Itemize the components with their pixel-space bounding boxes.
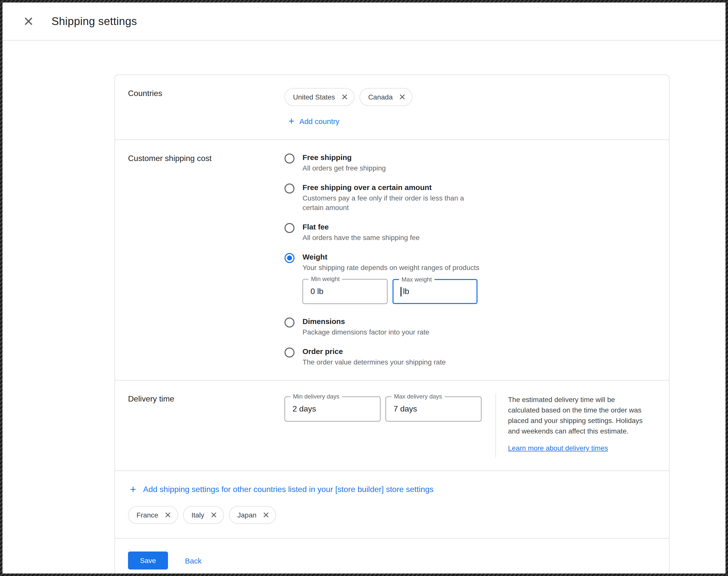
shipping-cost-options: Free shipping All orders get free shippi…	[285, 153, 656, 367]
radio-button[interactable]	[285, 183, 294, 194]
radio-button[interactable]	[285, 318, 294, 328]
save-button[interactable]: Save	[128, 551, 168, 570]
option-desc: The order value determines your shipping…	[302, 358, 446, 367]
option-desc: Your shipping rate depends on weight ran…	[302, 263, 479, 272]
min-weight-label: Min weight	[309, 276, 342, 283]
remove-chip-icon[interactable]: ✕	[210, 511, 217, 519]
option-free-shipping-over-amount[interactable]: Free shipping over a certain amount Cust…	[285, 183, 656, 212]
max-delivery-days-label: Max delivery days	[391, 393, 444, 400]
option-title: Free shipping over a certain amount	[302, 183, 483, 192]
weight-fields: Min weight 0 lb Max weight lb	[302, 279, 479, 304]
countries-section: Countries United States ✕ Canada ✕	[115, 75, 669, 140]
settings-card: Countries United States ✕ Canada ✕	[115, 75, 670, 574]
back-button[interactable]: Back	[185, 556, 202, 565]
shipping-cost-label: Customer shipping cost	[128, 153, 285, 367]
country-chips: United States ✕ Canada ✕	[285, 88, 656, 106]
other-countries-section: + Add shipping settings for other countr…	[115, 470, 669, 538]
option-free-shipping[interactable]: Free shipping All orders get free shippi…	[285, 153, 656, 173]
country-chip-japan[interactable]: Japan ✕	[229, 506, 276, 524]
min-delivery-days-field[interactable]: Min delivery days 2 days	[285, 397, 380, 422]
close-icon[interactable]: ✕	[21, 15, 36, 28]
chip-label: United States	[293, 93, 335, 101]
option-title: Weight	[302, 252, 479, 261]
footer-actions: Save Back	[115, 538, 669, 574]
country-chip-italy[interactable]: Italy ✕	[183, 506, 224, 524]
shipping-settings-dialog: ✕ Shipping settings Countries United Sta…	[2, 2, 726, 574]
option-desc: All orders get free shipping	[302, 164, 386, 173]
min-delivery-days-label: Min delivery days	[291, 393, 342, 400]
delivery-time-label: Delivery time	[128, 394, 285, 458]
dialog-body: Countries United States ✕ Canada ✕	[2, 40, 726, 574]
min-weight-value: 0 lb	[311, 287, 323, 296]
vertical-divider	[495, 394, 496, 458]
chip-label: Japan	[237, 511, 257, 519]
plus-icon: +	[289, 116, 294, 126]
option-weight[interactable]: Weight Your shipping rate depends on wei…	[285, 252, 656, 307]
shipping-cost-section: Customer shipping cost Free shipping All…	[115, 140, 669, 380]
country-chip-canada[interactable]: Canada ✕	[360, 88, 412, 106]
radio-button-selected[interactable]	[285, 253, 294, 263]
chip-label: Italy	[192, 511, 204, 519]
country-chip-france[interactable]: France ✕	[128, 506, 178, 524]
radio-button[interactable]	[285, 348, 294, 358]
remove-chip-icon[interactable]: ✕	[341, 93, 348, 101]
add-country-label: Add country	[299, 117, 339, 125]
countries-label: Countries	[128, 88, 285, 126]
max-weight-field[interactable]: Max weight lb	[392, 279, 477, 304]
option-dimensions[interactable]: Dimensions Package dimensions factor int…	[285, 317, 656, 337]
add-country-button[interactable]: + Add country	[289, 116, 339, 126]
delivery-info: The estimated delivery time will be calc…	[508, 394, 646, 454]
option-title: Flat fee	[302, 222, 420, 231]
delivery-time-section: Delivery time Min delivery days 2 days M…	[115, 380, 669, 470]
option-title: Order price	[302, 347, 446, 356]
remove-chip-icon[interactable]: ✕	[262, 511, 270, 519]
remove-chip-icon[interactable]: ✕	[399, 93, 406, 101]
remove-chip-icon[interactable]: ✕	[164, 511, 172, 519]
learn-more-link[interactable]: Learn more about delivery times	[508, 443, 608, 454]
chip-label: France	[137, 511, 158, 519]
option-flat-fee[interactable]: Flat fee All orders have the same shippi…	[285, 222, 656, 242]
other-country-chips: France ✕ Italy ✕ Japan ✕	[128, 506, 656, 524]
text-caret	[401, 287, 402, 296]
chip-label: Canada	[368, 93, 393, 101]
radio-button[interactable]	[285, 223, 294, 233]
radio-button[interactable]	[285, 153, 294, 164]
option-order-price[interactable]: Order price The order value determines y…	[285, 347, 656, 367]
min-weight-field[interactable]: Min weight 0 lb	[302, 279, 387, 304]
window-frame: ✕ Shipping settings Countries United Sta…	[0, 0, 728, 576]
dialog-header: ✕ Shipping settings	[2, 2, 726, 40]
option-title: Free shipping	[302, 153, 386, 162]
max-delivery-days-field[interactable]: Max delivery days 7 days	[385, 397, 482, 422]
add-other-countries-button[interactable]: + Add shipping settings for other countr…	[130, 484, 434, 494]
max-weight-label: Max weight	[399, 276, 434, 283]
min-delivery-days-value: 2 days	[292, 404, 316, 413]
plus-icon: +	[130, 484, 136, 494]
delivery-fields: Min delivery days 2 days Max delivery da…	[285, 397, 482, 422]
option-desc: All orders have the same shipping fee	[302, 233, 420, 242]
delivery-info-text: The estimated delivery time will be calc…	[508, 396, 643, 435]
option-title: Dimensions	[302, 317, 429, 326]
option-desc: Customers pay a fee only if their order …	[302, 194, 483, 212]
country-chip-united-states[interactable]: United States ✕	[285, 88, 355, 106]
option-desc: Package dimensions factor into your rate	[302, 328, 429, 337]
add-other-countries-label: Add shipping settings for other countrie…	[143, 485, 434, 494]
page-title: Shipping settings	[52, 15, 137, 28]
max-delivery-days-value: 7 days	[394, 404, 417, 413]
max-weight-value: lb	[403, 287, 409, 296]
